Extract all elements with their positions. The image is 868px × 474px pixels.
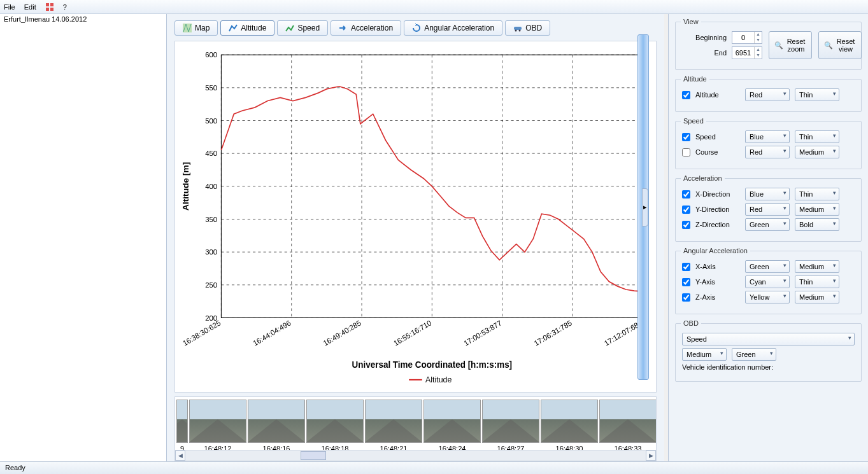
scroll-handle[interactable] (301, 451, 326, 460)
angular-z-weight-select[interactable]: ThinMediumBold (795, 291, 839, 303)
angular-x-color-select[interactable]: RedBlueGreenCyanYellow (745, 260, 790, 273)
obd-color-select[interactable]: RedBlueGreenCyanYellow (732, 348, 776, 361)
svg-text:550: 550 (205, 84, 217, 92)
speed-weight-select[interactable]: ThinMediumBold (795, 130, 839, 143)
svg-text:Altitude [m]: Altitude [m] (181, 162, 190, 211)
splitter-grip-icon[interactable]: ▸ (642, 188, 648, 227)
menu-help[interactable]: ? (63, 3, 67, 11)
thumbnail[interactable]: 16:48:33 (599, 400, 657, 452)
map-icon (183, 24, 192, 32)
group-title: View (681, 18, 701, 25)
menu-file[interactable]: File (4, 3, 15, 11)
speed-checkbox[interactable] (682, 133, 690, 141)
svg-rect-1 (50, 3, 53, 6)
angular-y-weight-select[interactable]: ThinMediumBold (795, 275, 839, 288)
tab-angular[interactable]: Angular Acceleration (404, 20, 502, 36)
end-input[interactable] (732, 49, 754, 57)
angular-x-checkbox[interactable] (682, 263, 690, 271)
scroll-track[interactable] (185, 450, 646, 461)
spinner-arrows-icon[interactable]: ▲▼ (754, 32, 762, 43)
svg-text:250: 250 (205, 281, 217, 289)
accel-z-weight-select[interactable]: ThinMediumBold (795, 218, 839, 231)
course-weight-select[interactable]: ThinMediumBold (795, 146, 839, 158)
angular-x-weight-select[interactable]: ThinMediumBold (795, 260, 839, 273)
speed-color-select[interactable]: RedBlueGreenCyanYellow (745, 130, 790, 143)
thumbnail-partial[interactable]: 9 (176, 400, 188, 452)
svg-rect-0 (46, 3, 49, 6)
chart-line-icon (229, 24, 238, 32)
accel-z-checkbox[interactable] (682, 221, 690, 229)
beginning-label: Beginning (682, 34, 727, 41)
accel-x-label: X-Direction (695, 190, 740, 198)
horizontal-scrollbar[interactable]: ◀ ▶ (174, 450, 657, 461)
tab-altitude[interactable]: Altitude (220, 20, 274, 36)
obd-weight-select[interactable]: ThinMediumBold (682, 348, 727, 361)
obd-param-select[interactable]: Speed (682, 333, 855, 345)
thumbnail[interactable]: 16:48:30 (541, 400, 598, 452)
end-spinner[interactable]: ▲▼ (732, 46, 762, 59)
svg-point-6 (515, 30, 517, 32)
angular-y-label: Y-Axis (695, 278, 740, 286)
svg-text:17:06:31:785: 17:06:31:785 (533, 319, 573, 347)
thumbnail[interactable]: 16:48:18 (306, 400, 364, 452)
group-acceleration: Acceleration X-DirectionRedBlueGreenCyan… (675, 178, 862, 242)
altitude-color-select[interactable]: RedBlueGreenCyanYellow (745, 88, 790, 101)
thumbnail[interactable]: 16:48:21 (365, 400, 422, 452)
accel-x-weight-select[interactable]: ThinMediumBold (795, 188, 839, 200)
accel-y-checkbox[interactable] (682, 206, 690, 214)
altitude-check-label: Altitude (695, 91, 740, 99)
accel-y-color-select[interactable]: RedBlueGreenCyanYellow (745, 203, 790, 216)
svg-text:16:44:04:496: 16:44:04:496 (252, 319, 292, 347)
altitude-weight-select[interactable]: ThinMediumBold (795, 88, 839, 101)
spinner-arrows-icon[interactable]: ▲▼ (754, 47, 762, 59)
tab-row: Map Altitude Speed Acceleration Angular … (167, 14, 664, 36)
thumbnail[interactable]: 16:48:24 (423, 400, 481, 452)
altitude-checkbox[interactable] (682, 91, 690, 99)
accel-y-label: Y-Direction (695, 206, 740, 213)
beginning-spinner[interactable]: ▲▼ (732, 31, 762, 44)
vertical-scrollbar[interactable]: ▸ (637, 34, 649, 380)
group-view: View Beginning ▲▼ End ▲▼ 🔍Reset zoom 🔍Re… (675, 22, 862, 70)
course-color-select[interactable]: RedBlueGreenCyanYellow (745, 146, 790, 158)
thumbnail-image (365, 400, 422, 443)
beginning-input[interactable] (732, 34, 754, 41)
svg-text:400: 400 (205, 183, 217, 190)
accel-x-color-select[interactable]: RedBlueGreenCyanYellow (745, 188, 790, 200)
course-checkbox[interactable] (682, 148, 690, 157)
status-bar: Ready (0, 461, 868, 474)
thumbnail[interactable]: 16:48:27 (482, 400, 539, 452)
angular-y-checkbox[interactable] (682, 278, 690, 286)
angular-y-color-select[interactable]: RedBlueGreenCyanYellow (745, 275, 790, 288)
tab-map[interactable]: Map (174, 20, 218, 36)
group-speed: Speed Speed RedBlueGreenCyanYellow ThinM… (675, 121, 862, 169)
reset-zoom-button[interactable]: 🔍Reset zoom (769, 31, 812, 59)
tree-item[interactable]: Erfurt_Ilmenau 14.06.2012 (0, 14, 166, 24)
tab-obd[interactable]: OBD (505, 20, 550, 36)
thumbnail[interactable]: 16:48:16 (248, 400, 305, 452)
thumbnail-image (423, 400, 481, 443)
svg-text:500: 500 (205, 117, 217, 125)
chart-area: 20025030035040045050055060016:38:30:6251… (174, 41, 657, 393)
accel-z-color-select[interactable]: RedBlueGreenCyanYellow (745, 218, 790, 231)
tab-speed[interactable]: Speed (277, 20, 328, 36)
toolbar-icon[interactable] (45, 3, 54, 11)
accel-x-checkbox[interactable] (682, 190, 690, 199)
menu-edit[interactable]: Edit (24, 3, 36, 11)
angular-z-checkbox[interactable] (682, 293, 690, 302)
arrow-right-icon (339, 24, 348, 32)
group-title: Acceleration (681, 174, 725, 182)
scroll-right-icon[interactable]: ▶ (646, 450, 656, 461)
main-pane: Map Altitude Speed Acceleration Angular … (167, 14, 664, 461)
scroll-left-icon[interactable]: ◀ (175, 450, 185, 461)
thumbnail[interactable]: 16:48:12 (189, 400, 246, 452)
svg-text:Altitude: Altitude (425, 375, 452, 384)
reset-view-button[interactable]: 🔍Reset view (818, 31, 862, 59)
rotate-icon (412, 24, 421, 32)
angular-z-label: Z-Axis (695, 293, 740, 301)
tab-label: Speed (297, 24, 320, 32)
accel-y-weight-select[interactable]: ThinMediumBold (795, 203, 839, 216)
angular-z-color-select[interactable]: RedBlueGreenCyanYellow (745, 291, 790, 303)
tab-acceleration[interactable]: Acceleration (331, 20, 401, 36)
settings-panel: View Beginning ▲▼ End ▲▼ 🔍Reset zoom 🔍Re… (668, 14, 868, 461)
status-text: Ready (5, 464, 25, 471)
